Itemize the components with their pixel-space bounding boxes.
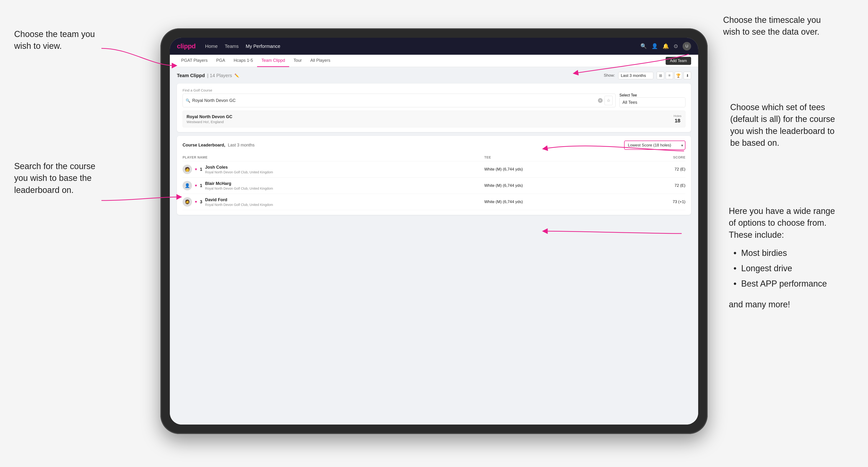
leaderboard-header: Course Leaderboard, Last 3 months Lowest… xyxy=(183,141,685,150)
annotation-search: Search for the courseyou wish to base th… xyxy=(14,160,95,196)
player-score: 73 (+1) xyxy=(635,194,685,210)
add-team-button[interactable]: Add Team xyxy=(665,57,691,65)
star-button[interactable]: ☆ xyxy=(604,96,613,105)
score-type-wrapper: Lowest Score (18 holes) Most Birdies Lon… xyxy=(624,141,685,150)
team-header-bar: Team Clippd | 14 Players ✏️ Show: Last 3… xyxy=(177,72,691,79)
course-location: Westward Ho!, England xyxy=(187,120,232,124)
player-name: Josh Coles xyxy=(205,165,273,170)
team-count: | 14 Players xyxy=(207,73,232,78)
player-rank: 3 xyxy=(200,199,203,205)
nav-my-performance[interactable]: My Performance xyxy=(246,44,280,49)
player-name: David Ford xyxy=(205,197,273,203)
table-row: 🧑 ♥ 1 Josh Coles Royal North Devon Golf … xyxy=(183,161,685,178)
player-tee: White (M) (6,744 yds) xyxy=(484,194,635,210)
grid-view-button[interactable]: ⊞ xyxy=(657,72,664,79)
annotation-timescale: Choose the timescale youwish to see the … xyxy=(723,14,821,38)
subnav-item-pgat[interactable]: PGAT Players xyxy=(177,55,212,67)
col-score: SCORE xyxy=(635,154,685,161)
edit-icon[interactable]: ✏️ xyxy=(235,73,239,78)
avatar[interactable]: U xyxy=(683,42,691,51)
subnav-item-pga[interactable]: PGA xyxy=(212,55,229,67)
subnav: PGAT Players PGA Hcaps 1-5 Team Clippd T… xyxy=(170,55,698,67)
player-club: Royal North Devon Golf Club, United King… xyxy=(205,187,273,190)
download-button[interactable]: ⬇ xyxy=(684,72,691,79)
subnav-item-hcaps[interactable]: Hcaps 1-5 xyxy=(229,55,257,67)
nav-teams[interactable]: Teams xyxy=(225,44,239,49)
player-club: Royal North Devon Golf Club, United King… xyxy=(205,170,273,174)
tee-select[interactable]: All Tees White Tees Yellow Tees Red Tees xyxy=(619,97,685,107)
avatar: 👤 xyxy=(183,181,192,190)
col-player: PLAYER NAME xyxy=(183,154,484,161)
navbar: clippd Home Teams My Performance 🔍 👤 🔔 ⊙… xyxy=(170,38,698,55)
content-area: Team Clippd | 14 Players ✏️ Show: Last 3… xyxy=(170,67,698,425)
search-icon[interactable]: 🔍 xyxy=(640,43,647,49)
select-tee-label: Select Tee xyxy=(619,93,637,97)
player-name: Blair McHarg xyxy=(205,181,273,186)
player-score: 72 (E) xyxy=(635,161,685,178)
avatar: 🧔 xyxy=(183,197,192,207)
leaderboard-table: PLAYER NAME TEE SCORE 🧑 xyxy=(183,154,685,210)
course-name: Royal North Devon GC xyxy=(187,115,232,119)
search-input-wrapper: 🔍 ✕ ☆ xyxy=(183,94,616,107)
subnav-item-all-players[interactable]: All Players xyxy=(306,55,335,67)
profile-icon[interactable]: 👤 xyxy=(651,43,658,49)
search-icon-input: 🔍 xyxy=(186,98,190,103)
holes-box: Holes 18 xyxy=(674,114,681,124)
team-title: Team Clippd | 14 Players ✏️ xyxy=(177,73,239,78)
leaderboard-title: Course Leaderboard, Last 3 months xyxy=(183,143,254,148)
search-card: Find a Golf Course 🔍 ✕ ☆ Select Tee xyxy=(177,84,691,132)
table-row: 🧔 ♥ 3 David Ford Royal North Devon Golf … xyxy=(183,194,685,210)
annotation-team: Choose the team youwish to view. xyxy=(14,28,95,52)
subnav-item-team-clippd[interactable]: Team Clippd xyxy=(257,55,289,67)
show-select[interactable]: Last 3 months Last month Last 6 months T… xyxy=(618,72,653,79)
show-label: Show: xyxy=(604,73,615,78)
avatar: 🧑 xyxy=(183,165,192,174)
view-icons: ⊞ ≡ 🏆 ⬇ xyxy=(657,72,691,79)
heart-icon[interactable]: ♥ xyxy=(195,167,197,172)
list-view-button[interactable]: ≡ xyxy=(665,72,673,79)
table-row: 👤 ♥ 1 Blair McHarg Royal North Devon Gol… xyxy=(183,178,685,194)
heart-icon[interactable]: ♥ xyxy=(195,200,197,204)
player-club: Royal North Devon Golf Club, United King… xyxy=(205,203,273,207)
player-tee: White (M) (6,744 yds) xyxy=(484,178,635,194)
search-input[interactable] xyxy=(192,98,596,103)
player-score: 72 (E) xyxy=(635,178,685,194)
notification-icon[interactable]: 🔔 xyxy=(662,43,669,49)
player-rank: 1 xyxy=(200,167,203,172)
subnav-item-tour[interactable]: Tour xyxy=(289,55,306,67)
trophy-view-button[interactable]: 🏆 xyxy=(675,72,682,79)
team-name: Team Clippd xyxy=(177,73,205,78)
holes-label: Holes xyxy=(674,114,681,118)
nav-icons: 🔍 👤 🔔 ⊙ U xyxy=(640,42,691,51)
tablet-frame: clippd Home Teams My Performance 🔍 👤 🔔 ⊙… xyxy=(160,28,708,434)
nav-links: Home Teams My Performance xyxy=(205,44,631,49)
score-type-select[interactable]: Lowest Score (18 holes) Most Birdies Lon… xyxy=(624,141,685,150)
heart-icon[interactable]: ♥ xyxy=(195,184,197,188)
course-result: Royal North Devon GC Westward Ho!, Engla… xyxy=(183,111,685,127)
nav-home[interactable]: Home xyxy=(205,44,217,49)
holes-value: 18 xyxy=(674,118,681,124)
brand-logo: clippd xyxy=(177,42,195,50)
annotation-options: Here you have a wide rangeof options to … xyxy=(729,205,835,310)
player-rank: 1 xyxy=(200,183,203,188)
find-course-label: Find a Golf Course xyxy=(183,88,616,92)
col-tee: TEE xyxy=(484,154,635,161)
clear-search-button[interactable]: ✕ xyxy=(598,98,602,103)
annotation-tees: Choose which set of tees(default is all)… xyxy=(730,101,835,149)
team-controls: Show: Last 3 months Last month Last 6 mo… xyxy=(604,72,691,79)
tablet-screen: clippd Home Teams My Performance 🔍 👤 🔔 ⊙… xyxy=(170,38,698,425)
settings-icon[interactable]: ⊙ xyxy=(674,43,678,49)
player-tee: White (M) (6,744 yds) xyxy=(484,161,635,178)
leaderboard-card: Course Leaderboard, Last 3 months Lowest… xyxy=(177,136,691,215)
